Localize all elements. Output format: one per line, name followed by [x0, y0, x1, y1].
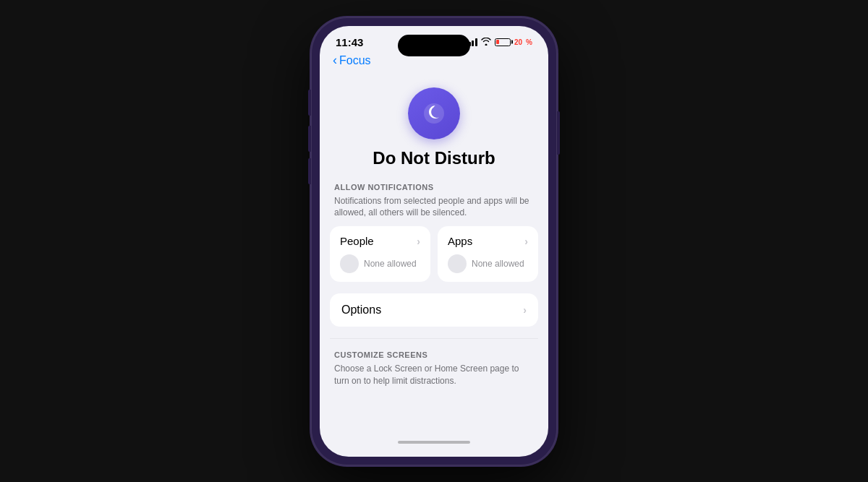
apps-card-title: Apps — [448, 235, 472, 247]
back-button[interactable]: ‹ Focus — [333, 54, 371, 67]
apps-card[interactable]: Apps › None allowed — [438, 226, 538, 282]
phone-shell: 11:43 — [311, 17, 557, 465]
back-chevron-icon: ‹ — [333, 53, 337, 66]
page-title: Do Not Disturb — [373, 148, 495, 168]
dynamic-island — [398, 35, 470, 56]
people-card[interactable]: People › None allowed — [330, 226, 430, 282]
options-card[interactable]: Options › — [330, 293, 538, 327]
battery-icon — [495, 38, 511, 46]
home-indicator — [398, 441, 470, 444]
options-label: Options — [341, 304, 381, 317]
options-section: Options › — [330, 293, 538, 327]
status-time: 11:43 — [336, 36, 363, 48]
wifi-icon — [481, 38, 491, 47]
cards-row: People › None allowed Apps — [330, 226, 538, 282]
apps-avatar — [448, 254, 467, 273]
apps-chevron-icon: › — [524, 236, 528, 247]
allow-notifications-section: ALLOW NOTIFICATIONS Notifications from s… — [330, 183, 538, 283]
scene: 11:43 — [0, 0, 868, 482]
customize-screens-section: CUSTOMIZE SCREENS Choose a Lock Screen o… — [330, 350, 538, 395]
apps-card-header: Apps › — [448, 235, 528, 247]
options-chevron-icon: › — [523, 304, 527, 316]
people-chevron-icon: › — [417, 236, 420, 247]
people-card-title: People — [340, 235, 374, 247]
section-divider — [330, 338, 538, 339]
header-section: Do Not Disturb — [320, 80, 548, 183]
content-area: Do Not Disturb ALLOW NOTIFICATIONS Notif… — [320, 73, 548, 457]
people-avatar — [340, 254, 359, 273]
dnd-icon-circle — [408, 87, 460, 139]
apps-card-body: None allowed — [448, 254, 528, 273]
allow-notifications-header: ALLOW NOTIFICATIONS — [330, 183, 538, 195]
back-label: Focus — [339, 54, 371, 67]
battery-percent: 20 — [514, 38, 522, 46]
customize-screens-description: Choose a Lock Screen or Home Screen page… — [330, 363, 538, 395]
status-icons: 20 % — [465, 38, 532, 47]
allow-notifications-description: Notifications from selected people and a… — [330, 195, 538, 227]
people-card-body: None allowed — [340, 254, 420, 273]
people-subtitle: None allowed — [364, 259, 417, 269]
customize-screens-header: CUSTOMIZE SCREENS — [330, 350, 538, 363]
people-card-header: People › — [340, 235, 420, 247]
apps-subtitle: None allowed — [472, 259, 524, 269]
moon-icon — [421, 100, 447, 126]
screen: 11:43 — [320, 26, 548, 457]
